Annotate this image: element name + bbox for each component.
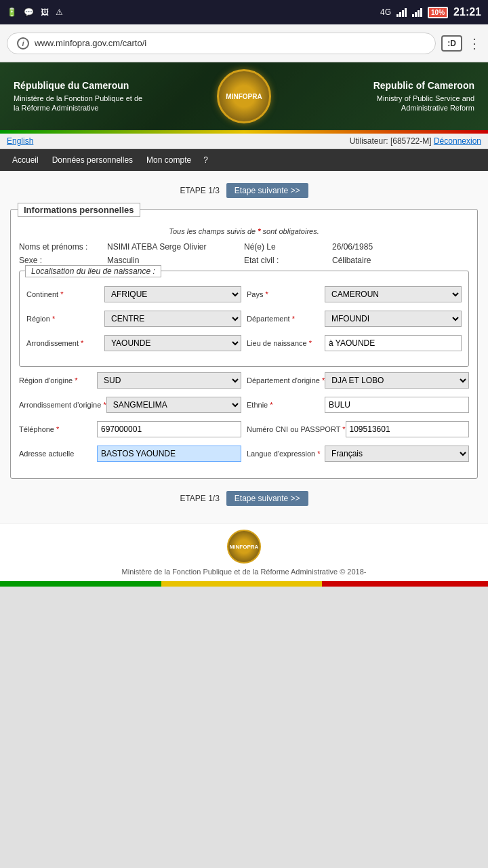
ethnie-label: Ethnie * (247, 401, 325, 409)
arrond-select[interactable]: YAOUNDE (104, 335, 241, 351)
lang-bar: English Utilisateur: [685722-M] Déconnex… (0, 134, 488, 149)
ethnie-input[interactable] (325, 397, 469, 413)
form-panel-title: Informations personnelles (18, 203, 140, 217)
region-origine-select[interactable]: SUD (97, 372, 241, 389)
dept-origine-field-row: Département d'origine * DJA ET LOBO (247, 372, 469, 389)
adresse-control (97, 446, 241, 462)
lieu-col: Lieu de naissance * (247, 335, 462, 355)
region-origine-label: Région d'origine * (19, 376, 97, 384)
sexe-label: Sexe : (19, 256, 107, 265)
bottom-stripe (0, 581, 488, 587)
arrond-label: Arrondissement * (26, 339, 104, 347)
arrond-origine-label: Arrondissement d'origine * (19, 401, 106, 409)
page-content: ETAPE 1/3 Etape suivante >> Informations… (0, 171, 488, 524)
menu-dots-icon[interactable]: ⋮ (468, 35, 481, 52)
banner-right: Republic of Cameroon Ministry of Public … (339, 80, 474, 113)
nav-help[interactable]: ? (198, 151, 214, 169)
continent-field-row: Continent * AFRIQUE (26, 286, 241, 302)
banner-title-en: Republic of Cameroon (339, 80, 474, 91)
pays-select[interactable]: CAMEROUN (325, 286, 462, 302)
footer-logo-text: MINFOPRA (230, 544, 259, 550)
adresse-label: Adresse actuelle (19, 450, 97, 458)
footer-copyright: Ministère de la Fonction Publique et de … (5, 568, 483, 576)
ethnie-col: Ethnie * (247, 397, 469, 417)
nav-accueil[interactable]: Accueil (5, 151, 45, 169)
region-origine-row: Région d'origine * SUD D (19, 372, 469, 393)
whatsapp-icon: 💬 (24, 7, 34, 17)
status-left-icons: 🔋 💬 🖼 ⚠ (7, 7, 63, 17)
adresse-input[interactable] (97, 446, 241, 462)
url-box[interactable]: i www.minfopra.gov.cm/carto/i (7, 33, 436, 54)
step-label-bottom: ETAPE 1/3 (180, 494, 219, 503)
step-area-top: ETAPE 1/3 Etape suivante >> (10, 178, 478, 203)
arrond-origine-control: SANGMELIMA (106, 397, 241, 413)
departement-col: Département * MFOUNDI (247, 311, 462, 331)
status-right-area: 4G 10% 21:21 (380, 6, 481, 18)
cni-col: Numéro CNI ou PASSPORT * (247, 421, 469, 441)
nav-donnees-personnelles[interactable]: Données personnelles (45, 151, 140, 169)
departement-select[interactable]: MFOUNDI (325, 311, 462, 327)
etat-civil-value: Célibataire (332, 256, 469, 265)
pays-label: Pays * (247, 290, 325, 298)
etat-civil-label: Etat civil : (244, 256, 332, 265)
page-footer: MINFOPRA Ministère de la Fonction Publiq… (0, 524, 488, 581)
cni-input[interactable] (346, 421, 469, 437)
langue-label: Langue d'expression * (247, 450, 325, 458)
logout-link[interactable]: Déconnexion (434, 136, 481, 146)
lieu-label: Lieu de naissance * (247, 339, 325, 347)
region-origine-control: SUD (97, 372, 241, 389)
step-area-bottom: ETAPE 1/3 Etape suivante >> (10, 486, 478, 511)
lieu-input[interactable] (325, 335, 462, 351)
pays-field-row: Pays * CAMEROUN (247, 286, 462, 302)
departement-control: MFOUNDI (325, 311, 462, 327)
user-label: Utilisateur: (350, 136, 388, 146)
region-dept-row: Région * CENTRE (26, 311, 462, 331)
dept-origine-select[interactable]: DJA ET LOBO (325, 372, 469, 389)
adresse-col: Adresse actuelle (19, 446, 241, 466)
browser-bar: i www.minfopra.gov.cm/carto/i :D ⋮ (0, 24, 488, 62)
status-bar: 🔋 💬 🖼 ⚠ 4G 10% 21:21 (0, 0, 488, 24)
arrond-origine-select[interactable]: SANGMELIMA (106, 397, 241, 413)
region-select[interactable]: CENTRE (104, 311, 241, 327)
time-display: 21:21 (453, 6, 481, 18)
tel-control (97, 421, 241, 437)
next-button-top[interactable]: Etape suivante >> (226, 183, 308, 198)
pays-control: CAMEROUN (325, 286, 462, 302)
required-note: Tous les champs suivis de * sont obligat… (19, 227, 469, 235)
continent-select[interactable]: AFRIQUE (104, 286, 241, 302)
ethnie-control (325, 397, 469, 413)
region-label: Région * (26, 315, 104, 323)
main-content: République du Cameroun Ministère de la F… (0, 62, 488, 587)
arrond-field-row: Arrondissement * YAOUNDE (26, 335, 241, 351)
url-text: www.minfopra.gov.cm/carto/i (35, 38, 146, 48)
lieu-field-row: Lieu de naissance * (247, 335, 462, 351)
pays-col: Pays * CAMEROUN (247, 286, 462, 307)
tel-label: Téléphone * (19, 425, 97, 433)
signal-bars-2 (412, 8, 422, 17)
langue-field-row: Langue d'expression * Français (247, 446, 469, 462)
departement-label: Département * (247, 315, 325, 323)
adresse-langue-row: Adresse actuelle Langue d'expression * (19, 446, 469, 466)
cni-control (346, 421, 469, 437)
arrond-col: Arrondissement * YAOUNDE (26, 335, 241, 355)
image-icon: 🖼 (41, 7, 49, 17)
birth-location-panel: Localisation du lieu de naissance : Cont… (19, 271, 469, 367)
tel-cni-row: Téléphone * Numéro CNI ou PASSPORT * (19, 421, 469, 441)
region-origine-field-row: Région d'origine * SUD (19, 372, 241, 389)
lieu-control (325, 335, 462, 351)
telephone-input[interactable] (97, 421, 241, 437)
info-icon: i (17, 37, 29, 50)
continent-pays-row: Continent * AFRIQUE (26, 286, 462, 307)
language-link[interactable]: English (7, 136, 33, 146)
user-info: Utilisateur: [685722-M] Déconnexion (350, 136, 481, 146)
signal-bars (396, 8, 407, 17)
banner-subtitle-en: Ministry of Public Service and Administr… (339, 94, 474, 113)
nav-mon-compte[interactable]: Mon compte (140, 151, 198, 169)
next-button-bottom[interactable]: Etape suivante >> (226, 491, 308, 506)
cni-field-row: Numéro CNI ou PASSPORT * (247, 421, 469, 437)
battery-status-icon: 🔋 (7, 7, 17, 17)
nav-bar: Accueil Données personnelles Mon compte … (0, 149, 488, 171)
banner-left: République du Cameroun Ministère de la F… (14, 80, 149, 113)
tab-button[interactable]: :D (441, 35, 462, 52)
langue-select[interactable]: Français (325, 446, 469, 462)
